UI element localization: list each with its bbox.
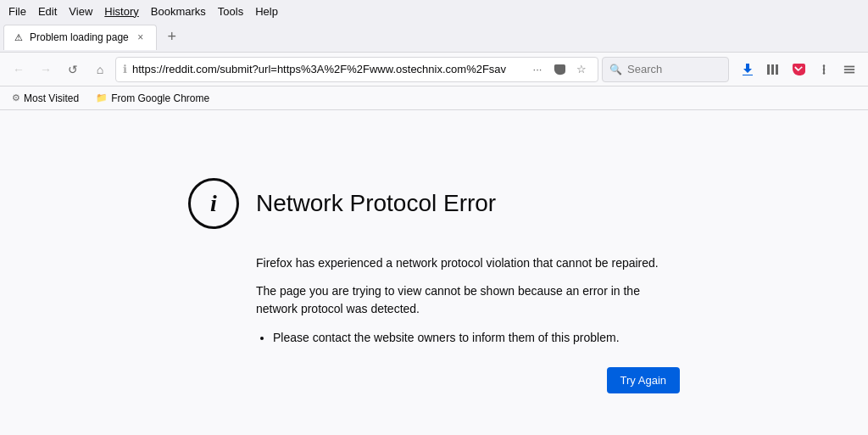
url-bar[interactable]: ℹ ··· ☆ bbox=[115, 57, 598, 82]
pocket-button[interactable] bbox=[787, 58, 810, 81]
home-button[interactable]: ⌂ bbox=[88, 58, 112, 81]
error-icon: i bbox=[188, 178, 239, 229]
forward-button[interactable]: → bbox=[34, 58, 58, 81]
try-again-container: Try Again bbox=[256, 367, 680, 393]
downloads-button[interactable] bbox=[736, 58, 760, 81]
error-desc-2: The page you are trying to view cannot b… bbox=[256, 282, 680, 318]
more-button[interactable]: ··· bbox=[528, 60, 547, 79]
url-input[interactable] bbox=[132, 63, 523, 75]
most-visited-bookmark[interactable]: ⚙ Most Visited bbox=[7, 91, 84, 106]
main-content: i Network Protocol Error Firefox has exp… bbox=[0, 110, 868, 435]
back-button[interactable]: ← bbox=[7, 58, 31, 81]
error-header: i Network Protocol Error bbox=[188, 178, 680, 229]
menu-tools[interactable]: Tools bbox=[213, 3, 248, 20]
svg-rect-7 bbox=[844, 69, 854, 70]
svg-rect-6 bbox=[844, 65, 854, 67]
nav-bar: ← → ↺ ⌂ ℹ ··· ☆ 🔍 bbox=[0, 53, 868, 86]
svg-rect-2 bbox=[776, 64, 778, 75]
menu-edit[interactable]: Edit bbox=[33, 3, 62, 20]
svg-point-4 bbox=[823, 68, 826, 70]
error-list: Please contact the website owners to inf… bbox=[273, 328, 680, 347]
menu-bar: File Edit View History Bookmarks Tools H… bbox=[0, 0, 868, 22]
bookmarks-bar: ⚙ Most Visited 📁 From Google Chrome bbox=[0, 86, 868, 110]
search-icon: 🔍 bbox=[609, 64, 622, 75]
folder-icon: 📁 bbox=[96, 92, 108, 103]
info-icon: ℹ bbox=[123, 63, 127, 75]
most-visited-label: Most Visited bbox=[24, 92, 79, 104]
reader-view-icon[interactable] bbox=[550, 60, 569, 79]
menu-bookmarks[interactable]: Bookmarks bbox=[146, 3, 211, 20]
search-input[interactable] bbox=[627, 63, 721, 75]
search-bar[interactable]: 🔍 bbox=[602, 57, 729, 82]
toolbar-right bbox=[736, 58, 861, 81]
more-tools-button[interactable] bbox=[812, 58, 836, 81]
svg-point-3 bbox=[823, 64, 826, 67]
tab-bar: ⚠ Problem loading page × + bbox=[0, 22, 868, 53]
error-bullet: Please contact the website owners to inf… bbox=[273, 328, 680, 347]
svg-rect-0 bbox=[767, 64, 770, 75]
gear-icon: ⚙ bbox=[12, 92, 20, 103]
new-tab-button[interactable]: + bbox=[160, 25, 184, 49]
reload-button[interactable]: ↺ bbox=[61, 58, 85, 81]
active-tab[interactable]: ⚠ Problem loading page × bbox=[3, 25, 157, 50]
svg-rect-8 bbox=[844, 71, 854, 73]
from-chrome-label: From Google Chrome bbox=[111, 92, 209, 104]
library-button[interactable] bbox=[761, 58, 785, 81]
menu-history[interactable]: History bbox=[99, 3, 143, 20]
from-chrome-bookmark[interactable]: 📁 From Google Chrome bbox=[91, 91, 214, 106]
menu-file[interactable]: File bbox=[3, 3, 31, 20]
menu-help[interactable]: Help bbox=[250, 3, 283, 20]
error-container: i Network Protocol Error Firefox has exp… bbox=[188, 178, 680, 415]
error-title: Network Protocol Error bbox=[256, 190, 496, 217]
error-desc-1: Firefox has experienced a network protoc… bbox=[256, 254, 680, 272]
warning-icon: ⚠ bbox=[13, 31, 25, 43]
svg-point-5 bbox=[823, 72, 826, 75]
url-actions: ··· ☆ bbox=[528, 60, 591, 79]
tab-title: Problem loading page bbox=[30, 31, 129, 43]
error-body: Firefox has experienced a network protoc… bbox=[256, 254, 680, 393]
tab-close-button[interactable]: × bbox=[134, 31, 147, 44]
bookmark-star-icon[interactable]: ☆ bbox=[572, 60, 591, 79]
app-menu-button[interactable] bbox=[837, 58, 861, 81]
try-again-button[interactable]: Try Again bbox=[607, 367, 680, 393]
menu-view[interactable]: View bbox=[64, 3, 97, 20]
svg-rect-1 bbox=[771, 64, 774, 75]
